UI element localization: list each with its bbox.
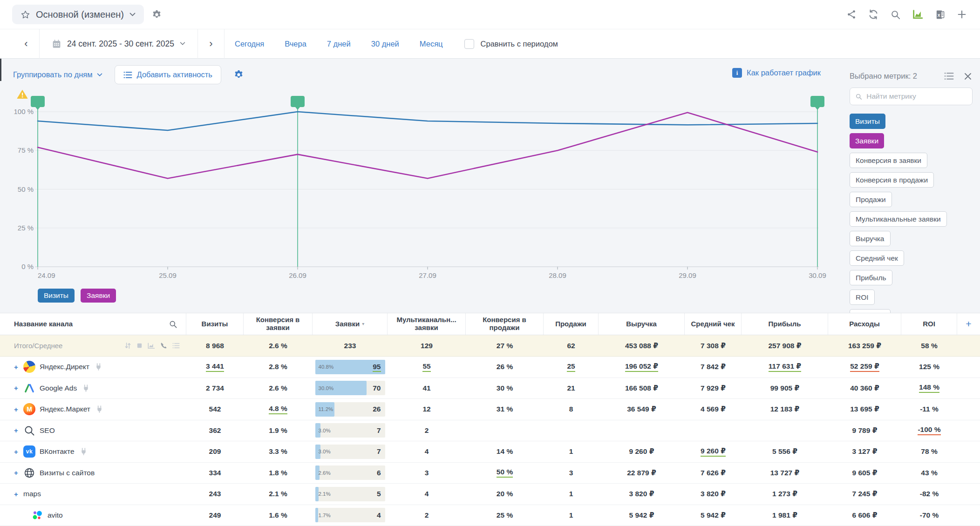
metric-chip[interactable]: Заявки bbox=[850, 133, 884, 148]
metric-cell: 2.1 % bbox=[244, 484, 313, 505]
channel-row[interactable]: +Google Ads2 7342.6 % 30.0% 704130 %2116… bbox=[0, 378, 980, 399]
quick-range-4[interactable]: 30 дней bbox=[371, 40, 399, 48]
group-by-selector[interactable]: Группировать по дням bbox=[13, 70, 102, 79]
quick-range-3[interactable]: 7 дней bbox=[327, 40, 351, 48]
metric-chip[interactable]: Конверсия в продажи bbox=[850, 172, 934, 188]
sync-icon[interactable] bbox=[868, 9, 879, 20]
channel-name-cell[interactable]: +SEO bbox=[0, 420, 186, 441]
metric-cell: 4 bbox=[388, 441, 466, 462]
excel-export-icon[interactable]: x bbox=[935, 9, 946, 20]
phone-icon[interactable] bbox=[160, 342, 167, 349]
metric-chip[interactable]: ROI bbox=[850, 290, 875, 305]
metric-chip[interactable]: Конверсия в заявки bbox=[850, 153, 927, 168]
channel-name-cell[interactable]: +MЯндекс.Маркет bbox=[0, 399, 186, 420]
expand-row-icon[interactable]: + bbox=[13, 405, 19, 413]
chart-settings-gear-icon[interactable] bbox=[233, 69, 244, 80]
dashboard-selector[interactable]: Основной (изменен) bbox=[12, 5, 144, 24]
quick-range-2[interactable]: Вчера bbox=[285, 40, 306, 48]
channel-name[interactable]: Яндекс.Маркет bbox=[40, 405, 90, 413]
metric-cell: 22 879 ₽ bbox=[599, 463, 685, 484]
list-icon[interactable] bbox=[172, 343, 180, 349]
add-activity-button[interactable]: Добавить активность bbox=[115, 65, 221, 84]
dashboard-settings-gear-icon[interactable] bbox=[151, 9, 162, 20]
expand-row-icon[interactable]: + bbox=[13, 426, 19, 434]
channel-name[interactable]: Визиты с сайтов bbox=[40, 469, 95, 477]
channel-name[interactable]: Яндекс.Директ bbox=[40, 363, 89, 371]
channel-name-cell[interactable]: +Google Ads bbox=[0, 378, 186, 399]
column-header[interactable]: Визиты bbox=[186, 313, 244, 335]
checkbox-icon[interactable] bbox=[464, 39, 474, 49]
channel-name-cell[interactable]: +maps bbox=[0, 484, 186, 505]
expand-row-icon[interactable]: + bbox=[13, 469, 19, 477]
metric-chip[interactable]: Выручка bbox=[850, 231, 891, 246]
expand-row-icon[interactable]: + bbox=[13, 490, 19, 498]
channel-name[interactable]: SEO bbox=[40, 426, 55, 435]
channel-name[interactable]: Google Ads bbox=[40, 384, 77, 392]
add-icon[interactable] bbox=[957, 9, 967, 20]
close-icon[interactable] bbox=[964, 73, 972, 80]
column-header[interactable]: Заявки▾ bbox=[313, 313, 388, 335]
metrics-list-icon[interactable] bbox=[944, 72, 954, 80]
activity-flag-marker[interactable] bbox=[291, 96, 305, 110]
channel-row[interactable]: +vkВКонтакте2093.3 % 3.0% 7414 %19 260 ₽… bbox=[0, 441, 980, 463]
share-icon[interactable] bbox=[846, 9, 857, 20]
metric-cell: 7 245 ₽ bbox=[828, 484, 901, 505]
prev-period-button[interactable]: ‹ bbox=[13, 29, 39, 59]
metric-chip[interactable]: Мультиканальные заявки bbox=[850, 211, 947, 227]
line-chart[interactable]: 100 %75 %50 %25 %0 %24.0925.0926.0927.09… bbox=[0, 93, 834, 287]
legend-chip[interactable]: Заявки bbox=[81, 289, 116, 303]
channel-name[interactable]: avito bbox=[48, 511, 63, 519]
search-icon[interactable] bbox=[890, 9, 901, 20]
quick-range-5[interactable]: Месяц bbox=[420, 40, 443, 48]
info-icon: i bbox=[732, 68, 742, 78]
column-header[interactable]: Название канала bbox=[0, 313, 186, 335]
channel-name-cell[interactable]: +vkВКонтакте bbox=[0, 441, 186, 462]
date-range-picker[interactable]: 24 сент. 2025 - 30 сент. 2025 bbox=[40, 29, 197, 59]
metric-chip[interactable]: Прибыль bbox=[850, 270, 892, 285]
column-header[interactable]: ROI bbox=[901, 313, 957, 335]
channel-name-cell[interactable]: +Визиты с сайтов bbox=[0, 463, 186, 484]
chart-icon[interactable] bbox=[148, 342, 155, 349]
next-period-button[interactable]: › bbox=[198, 29, 224, 59]
sort-icon[interactable] bbox=[124, 342, 131, 349]
compare-period-checkbox[interactable]: Сравнить с периодом bbox=[464, 39, 558, 49]
how-chart-works-link[interactable]: i Как работает график bbox=[732, 68, 821, 78]
expand-row-icon[interactable]: + bbox=[13, 363, 19, 371]
column-header[interactable]: Конверсия в продажи bbox=[466, 313, 544, 335]
column-header[interactable]: Мультиканальн... заявки bbox=[388, 313, 466, 335]
pause-icon[interactable] bbox=[136, 343, 143, 349]
column-header[interactable]: Выручка bbox=[599, 313, 685, 335]
activity-flag-marker[interactable] bbox=[810, 96, 824, 110]
channel-row[interactable]: +SEO3621.9 % 3.0% 729 789 ₽-100 % bbox=[0, 420, 980, 442]
channel-name-cell[interactable]: +Яндекс.Директ bbox=[0, 357, 186, 378]
column-header[interactable]: + bbox=[957, 313, 980, 335]
channel-name[interactable]: ВКонтакте bbox=[40, 447, 75, 456]
search-icon[interactable] bbox=[169, 320, 177, 329]
metric-cell: -70 % bbox=[901, 505, 957, 526]
metric-chip[interactable]: Визиты bbox=[850, 114, 885, 129]
channel-name[interactable]: maps bbox=[23, 490, 41, 498]
channel-row[interactable]: avito2491.6 % 1.7% 4225 %15 942 ₽5 942 ₽… bbox=[0, 505, 980, 526]
column-header[interactable]: Конверсия в заявки bbox=[244, 313, 313, 335]
channel-row[interactable]: +MЯндекс.Маркет5424.8 % 11.2% 261231 %83… bbox=[0, 399, 980, 420]
legend-chip[interactable]: Визиты bbox=[38, 289, 75, 303]
channel-name-cell[interactable]: avito bbox=[0, 505, 186, 526]
channel-row[interactable]: +Яндекс.Директ3 4412.8 % 40.8% 955526 %2… bbox=[0, 357, 980, 378]
channel-row[interactable]: +maps2432.1 % 2.1% 5420 %13 820 ₽3 820 ₽… bbox=[0, 484, 980, 505]
metric-search bbox=[850, 88, 973, 105]
chart-view-icon[interactable] bbox=[912, 9, 924, 20]
metric-chip[interactable]: Средний чек bbox=[850, 250, 904, 266]
column-header[interactable]: Расходы bbox=[828, 313, 901, 335]
column-header[interactable]: Прибыль bbox=[742, 313, 828, 335]
metric-search-input[interactable] bbox=[866, 92, 967, 101]
column-header[interactable]: Средний чек bbox=[685, 313, 742, 335]
channel-row[interactable]: +Визиты с сайтов3341.8 % 2.6% 6350 %322 … bbox=[0, 463, 980, 484]
column-header[interactable]: Продажи bbox=[544, 313, 599, 335]
quick-range-1[interactable]: Сегодня bbox=[235, 40, 264, 48]
metric-cell: 13 695 ₽ bbox=[828, 399, 901, 420]
expand-row-icon[interactable]: + bbox=[13, 448, 19, 456]
expand-row-icon[interactable]: + bbox=[13, 384, 19, 392]
metric-chip[interactable]: Продажи bbox=[850, 192, 892, 207]
add-column-icon[interactable]: + bbox=[966, 318, 971, 330]
star-icon[interactable] bbox=[20, 10, 30, 20]
